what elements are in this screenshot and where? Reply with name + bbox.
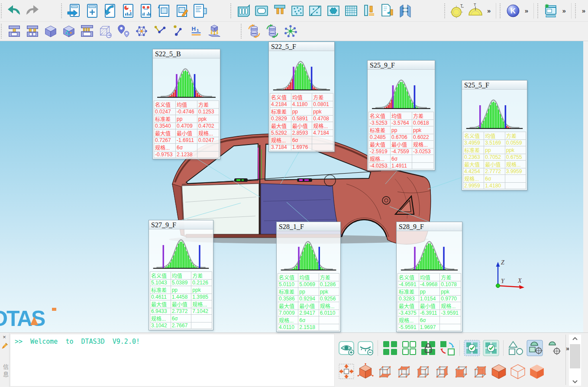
- popup-title[interactable]: S28_9_F: [397, 222, 462, 231]
- toolbar-grip[interactable]: [575, 3, 578, 18]
- redo-button[interactable]: [23, 1, 41, 20]
- scroll-down-button[interactable]: [569, 378, 581, 386]
- popup-title[interactable]: S25_5_F: [462, 81, 527, 90]
- popup-cell: 标准差: [154, 115, 176, 123]
- solid-cube-icon[interactable]: [42, 22, 60, 41]
- shapes-filter-icon[interactable]: [506, 338, 525, 358]
- shaded-cube-view-icon[interactable]: [527, 361, 546, 381]
- match-check-b-icon[interactable]: [481, 338, 501, 358]
- feature-target-b-icon[interactable]: [544, 338, 563, 358]
- pin-pair-feature-icon[interactable]: [271, 1, 288, 20]
- stat-popup-s25-5-f[interactable]: S25_5_F 名义值均值方差3.49593.51690.0559标准差pppp…: [462, 80, 527, 190]
- viewport-3d[interactable]: Z Y X DTAS S22_5_B 名义值均值方差0.0247-0.47460…: [0, 41, 583, 332]
- left-face-view-icon[interactable]: [413, 361, 432, 381]
- bottom-face-view-icon[interactable]: [375, 361, 394, 381]
- clamp-single-pin-icon[interactable]: [5, 22, 23, 41]
- toolbar-grip[interactable]: [241, 24, 243, 39]
- scroll-up-button[interactable]: [569, 335, 581, 342]
- edit-document-icon[interactable]: [173, 1, 191, 20]
- console-clear-icon[interactable]: [1, 342, 8, 350]
- report-distribution-icon[interactable]: [137, 1, 155, 20]
- mesh-feature-icon[interactable]: [342, 1, 360, 20]
- document-properties-icon[interactable]: [191, 1, 209, 20]
- wireframe-cube-view-icon[interactable]: [508, 361, 527, 381]
- point-cloud-feature-icon[interactable]: [288, 1, 306, 20]
- angle-vector-icon[interactable]: [151, 22, 169, 41]
- polygon-feature-icon[interactable]: [324, 1, 342, 20]
- top-face-view-icon[interactable]: [394, 361, 413, 381]
- toolbar-grip[interactable]: [444, 3, 447, 18]
- kinematics-icon[interactable]: K: [504, 1, 522, 20]
- console-info-tab[interactable]: 信息: [1, 364, 10, 379]
- pin-document-icon[interactable]: [378, 1, 396, 20]
- pocket-feature-icon[interactable]: [252, 1, 270, 20]
- popup-title[interactable]: S22_5_B: [153, 49, 220, 58]
- hide-eye-icon[interactable]: [356, 338, 375, 358]
- solid-cube-view-icon[interactable]: [489, 361, 508, 381]
- toolbar-overflow-button[interactable]: »: [579, 7, 588, 14]
- popup-cell: 0.6022: [412, 134, 434, 141]
- clamp-multi-pin-icon[interactable]: [78, 22, 96, 41]
- toolbar-grip[interactable]: [537, 3, 540, 18]
- plane-pair-feature-icon[interactable]: [396, 1, 414, 20]
- stat-popup-s28-9-f[interactable]: S28_9_F 名义值均值方差-4.9591-4.99680.1078标准差pp…: [396, 222, 462, 332]
- back-face-view-icon[interactable]: [470, 361, 489, 381]
- popup-title[interactable]: S28_1_F: [277, 222, 340, 231]
- load-arrows-icon[interactable]: [205, 22, 223, 41]
- measurement-station-icon[interactable]: [542, 1, 559, 20]
- swap-display-icon[interactable]: [438, 338, 457, 358]
- import-project-icon[interactable]: [101, 1, 119, 20]
- h1-annotation-icon[interactable]: H1: [187, 22, 205, 41]
- locator-pins-icon[interactable]: [114, 22, 132, 41]
- stat-popup-s22-5-b[interactable]: S22_5_B 名义值均值方差0.0247-0.47460.1253标准差ppp…: [152, 49, 220, 159]
- assembly-cube-icon[interactable]: [60, 22, 78, 41]
- dof-graph-icon[interactable]: [132, 22, 151, 41]
- measure-cross-feature-icon[interactable]: [307, 1, 324, 20]
- tolerance-angle-icon[interactable]: T: [467, 1, 485, 20]
- toolbar-grip[interactable]: [61, 3, 64, 18]
- scroll-thumb[interactable]: [570, 344, 580, 368]
- report-pie-icon[interactable]: [119, 1, 137, 20]
- clamp-double-pin-icon[interactable]: [23, 22, 42, 41]
- popup-cell: 方差: [412, 112, 434, 120]
- popup-title[interactable]: S25_9_F: [368, 61, 435, 70]
- scrollbar[interactable]: [569, 335, 581, 386]
- console-close-button[interactable]: ×: [1, 334, 8, 341]
- export-project-icon[interactable]: [65, 1, 83, 20]
- link-vector-icon[interactable]: [169, 22, 187, 41]
- tolerance-circle-icon[interactable]: T: [449, 1, 466, 20]
- fit-view-icon[interactable]: [337, 361, 356, 381]
- match-check-a-icon[interactable]: [462, 338, 481, 358]
- frame-document-icon[interactable]: [155, 1, 173, 20]
- tolerance-overflow-button[interactable]: »: [485, 7, 493, 14]
- grid-filled-icon[interactable]: [381, 338, 400, 358]
- measurement-overflow-button[interactable]: »: [559, 7, 568, 14]
- stat-popup-s25-9-f[interactable]: S25_9_F 名义值均值方差-3.5253-3.57640.0618标准差pp…: [367, 60, 435, 171]
- cube-measure-icon[interactable]: [96, 22, 114, 41]
- kinematics-overflow-button[interactable]: »: [522, 7, 531, 14]
- popup-title[interactable]: S27_9_F: [149, 220, 213, 229]
- front-face-view-icon[interactable]: [451, 361, 470, 381]
- rotate-cylinder-back-icon[interactable]: [245, 22, 263, 41]
- stat-popup-s28-1-f[interactable]: S28_1_F 名义值均值方差5.01105.00690.1286标准差pppp…: [276, 222, 341, 332]
- grid-lock-icon[interactable]: [419, 338, 438, 358]
- rotate-cylinder-forward-icon[interactable]: [263, 22, 281, 41]
- new-project-icon[interactable]: [83, 1, 101, 20]
- toolbar-grip[interactable]: [500, 3, 502, 18]
- pin-joint-feature-icon[interactable]: [360, 1, 378, 20]
- stat-popup-s22-5-f[interactable]: S22_5_F 名义值均值方差4.21844.11800.0801标准差pppp…: [268, 42, 335, 152]
- toolbar-grip[interactable]: [1, 3, 3, 18]
- toolbar-grip[interactable]: [1, 24, 3, 39]
- slot-feature-icon[interactable]: [235, 1, 252, 20]
- stat-popup-s27-9-f[interactable]: S27_9_F 名义值均值方差5.10435.03890.2126标准差pppp…: [149, 220, 213, 330]
- hub-network-icon[interactable]: [281, 22, 300, 41]
- show-eye-icon[interactable]: [337, 338, 356, 358]
- popup-title[interactable]: S22_5_F: [269, 42, 334, 51]
- console-output[interactable]: >> Welcome to DTAS3D V9.2.0!: [10, 334, 335, 387]
- toolbar-grip[interactable]: [230, 3, 233, 18]
- iso-view-icon[interactable]: [356, 361, 375, 381]
- feature-target-a-icon[interactable]: [525, 338, 544, 358]
- right-face-view-icon[interactable]: [432, 361, 451, 381]
- undo-button[interactable]: [5, 1, 23, 20]
- grid-outline-icon[interactable]: [400, 338, 419, 358]
